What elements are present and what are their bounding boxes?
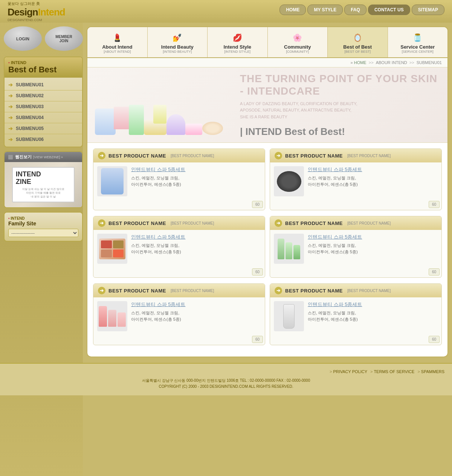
palette-cell	[101, 249, 112, 257]
product-desc: 스킨, 에멀전, 모닝젤 크림,아이컨투어, 에센스(총 5종)	[131, 175, 261, 187]
webzine-image[interactable]: INTENDZINE 이달 눈에 쉬는 달 이 날 이건 않으로자만의 기억을 …	[5, 162, 82, 207]
tab-intend-beauty[interactable]: 💅 Intend Beauty [INTEND BEAUTY]	[148, 27, 208, 57]
sidebar-item-submenu06[interactable]: ➔ SUBMENU06	[5, 134, 82, 145]
sidebar-item-submenu01[interactable]: ➔ SUBMENU01	[5, 80, 82, 90]
product-card-body: 인텐드뷰티 스파 5종세트 스킨, 에멀전, 모닝젤 크림,아이컨투어, 에센스…	[270, 230, 441, 268]
card-title-sub: [BEST PRODUCT NAME]	[347, 221, 391, 225]
top-bar: 꽃보다 싱그러운 美 DesignIntend DESIGNINTEND.COM…	[0, 0, 452, 23]
product-name-link[interactable]: 인텐드뷰티 스파 5종세트	[308, 234, 438, 240]
products-row-1: ➔ BEST PRODUCT NAME [BEST PRODUCT NAME] …	[93, 148, 442, 210]
top-navigation: HOME MY STYLE FAQ CONTACT US SITEMAP	[272, 0, 452, 20]
tab-best-of-best[interactable]: 🪞 Best of Best [BEST OF BEST]	[328, 27, 388, 57]
product-info: 인텐드뷰티 스파 5종세트 스킨, 에멀전, 모닝젤 크림,아이컨투어, 에센스…	[308, 166, 438, 196]
card-title: BEST PRODUCT NAME	[108, 220, 166, 226]
card-arrow-icon: ➔	[275, 287, 282, 294]
product-name-link[interactable]: 인텐드뷰티 스파 5종세트	[308, 166, 438, 173]
family-main-label: Family Site	[8, 220, 78, 227]
hero-product-7	[153, 105, 166, 124]
tab-beauty-sub: [INTEND BEAUTY]	[151, 50, 205, 54]
footer-spammers-link[interactable]: SPAMMERS	[417, 369, 444, 374]
nav-home-button[interactable]: HOME	[279, 5, 306, 15]
hero-product-2	[114, 107, 131, 129]
card-title-sub: [BEST PRODUCT NAME]	[171, 154, 214, 158]
product-card-2-1: ➔ BEST PRODUCT NAME [BEST PRODUCT NAME]	[93, 216, 265, 278]
hero-brand: | INTEND Best of Best!	[240, 126, 438, 138]
card-title: BEST PRODUCT NAME	[108, 288, 166, 294]
thumb-shape	[283, 304, 295, 329]
card-arrow-icon: ➔	[275, 152, 282, 159]
footer-privacy-link[interactable]: PRIVACY POLICY	[330, 369, 367, 374]
menu-label: SUBMENU01	[16, 82, 44, 87]
products-row-3: ➔ BEST PRODUCT NAME [BEST PRODUCT NAME]	[93, 283, 442, 345]
breadcrumb-home[interactable]: HOME	[354, 60, 366, 65]
tab-service-icon: 🫙	[391, 31, 445, 44]
sidebar-section: • INTEND Best of Best ➔ SUBMENU01 ➔ SUBM…	[4, 57, 83, 147]
tab-beauty-icon: 💅	[151, 31, 205, 44]
thumb-shape	[277, 171, 301, 192]
thumb-shape	[99, 239, 125, 259]
clearfix: 60	[93, 268, 265, 277]
clearfix: 60	[270, 268, 441, 277]
nav-sitemap-button[interactable]: SITEMAP	[412, 5, 444, 15]
product-count: 60	[429, 268, 440, 275]
sidebar-item-submenu02[interactable]: ➔ SUBMENU02	[5, 90, 82, 101]
product-card-header: ➔ BEST PRODUCT NAME [BEST PRODUCT NAME]	[93, 149, 265, 162]
product-desc: 스킨, 에멀전, 모닝젤 크림,아이컨투어, 에센스(총 5종)	[308, 175, 438, 187]
card-title-sub: [BEST PRODUCT NAME]	[171, 289, 214, 293]
product-count: 60	[429, 201, 440, 208]
menu-label: SUBMENU02	[16, 93, 44, 98]
product-info: 인텐드뷰티 스파 5종세트 스킨, 에멀전, 모닝젤 크림,아이컨투어, 에센스…	[308, 234, 438, 264]
tab-bestofbest-label: Best of Best	[331, 44, 385, 50]
arrow-icon: ➔	[8, 104, 13, 110]
footer: PRIVACY POLICY TERMS OF SERVICE SPAMMERS…	[0, 363, 452, 395]
webzine-title: 웹진보기	[15, 154, 32, 160]
tab-bestofbest-icon: 🪞	[331, 31, 385, 44]
product-card-body: 인텐드뷰티 스파 5종세트 스킨, 에멀전, 모닝젤 크림,아이컨투어, 에센스…	[270, 162, 441, 200]
hero-product-8	[202, 122, 223, 135]
footer-copyright: COPYRIGHT (C) 2000 - 2003 DESIGNINTEND.C…	[8, 384, 444, 390]
bottle	[293, 245, 300, 259]
hero-section: THE TURNING POINT OF YOUR SKIN - INTENDC…	[87, 67, 447, 143]
product-name-link[interactable]: 인텐드뷰티 스파 5종세트	[131, 234, 261, 240]
webzine-section: 웹진보기 [VIEW WEBZINE] » INTENDZINE 이달 눈에 쉬…	[4, 151, 83, 208]
breadcrumb-arrow1: >>	[369, 60, 375, 65]
hero-text: THE TURNING POINT OF YOUR SKIN - INTENDC…	[231, 67, 447, 143]
product-count: 60	[429, 336, 440, 343]
nav-mystyle-button[interactable]: MY STYLE	[307, 5, 343, 15]
tab-community[interactable]: 🌸 Community [COMMUNITY]	[268, 27, 328, 57]
product-name-link[interactable]: 인텐드뷰티 스파 5종세트	[131, 166, 261, 173]
card-arrow-icon: ➔	[275, 219, 282, 227]
bottle	[99, 306, 107, 327]
arrow-icon: ➔	[8, 93, 13, 99]
card-arrow-icon: ➔	[98, 152, 105, 159]
webzine-mag-title: INTENDZINE	[16, 171, 71, 186]
tab-intend-style[interactable]: 💋 Intend Style [INTEND STYLE]	[208, 27, 268, 57]
member-join-button[interactable]: MEMBERJOIN	[45, 26, 83, 51]
sidebar-item-submenu04[interactable]: ➔ SUBMENU04	[5, 112, 82, 123]
hero-product-5	[166, 114, 185, 135]
card-arrow-icon: ➔	[98, 287, 105, 294]
family-dot-label: • INTEND	[8, 216, 78, 220]
card-title-sub: [BEST PRODUCT NAME]	[347, 289, 391, 293]
bottle	[286, 242, 292, 259]
tab-community-sub: [COMMUNITY]	[271, 50, 325, 54]
login-button[interactable]: LOGIN	[4, 26, 42, 51]
sidebar-item-submenu03[interactable]: ➔ SUBMENU03	[5, 101, 82, 112]
nav-faq-button[interactable]: FAQ	[344, 5, 366, 15]
menu-label: SUBMENU04	[16, 115, 44, 120]
tab-bestofbest-sub: [BEST OF BEST]	[331, 50, 385, 54]
product-card-body: 인텐드뷰티 스파 5종세트 스킨, 에멀전, 모닝젤 크림,아이컨투어, 에센스…	[93, 162, 265, 200]
thumb-shape	[276, 237, 302, 261]
tab-service-center[interactable]: 🫙 Service Center [SERVICE CENTER]	[388, 27, 448, 57]
product-card-1-1: ➔ BEST PRODUCT NAME [BEST PRODUCT NAME] …	[93, 148, 265, 210]
product-name-link[interactable]: 인텐드뷰티 스파 5종세트	[308, 301, 438, 308]
breadcrumb-arrow2: >>	[409, 60, 415, 65]
auth-buttons: LOGIN MEMBERJOIN	[4, 26, 83, 51]
nav-contactus-button[interactable]: CONTACT US	[368, 5, 410, 15]
tab-about-icon: 💄	[90, 31, 144, 44]
family-site-select[interactable]: -----------------	[8, 229, 78, 237]
product-name-link[interactable]: 인텐드뷰티 스파 5종세트	[131, 301, 261, 308]
sidebar-item-submenu05[interactable]: ➔ SUBMENU05	[5, 123, 82, 134]
footer-terms-link[interactable]: TERMS OF SERVICE	[370, 369, 414, 374]
tab-about-intend[interactable]: 💄 About Intend [ABOUT INTEND]	[87, 27, 148, 57]
